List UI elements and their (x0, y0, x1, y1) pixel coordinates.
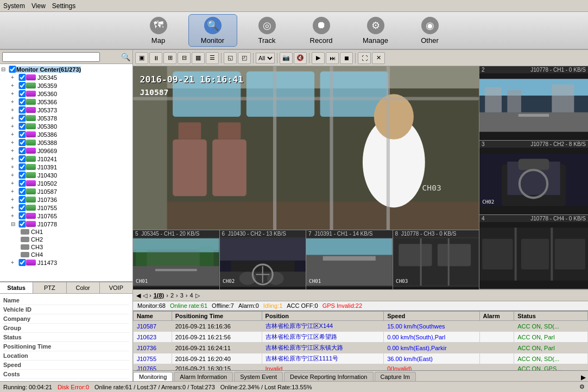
tree-item-j05378[interactable]: +J05378 (10, 114, 132, 122)
tree-checkbox-j10587[interactable] (18, 188, 26, 195)
nav-map[interactable]: 🗺 Map (134, 14, 183, 47)
tree-toggle-j11473[interactable]: + (11, 260, 18, 265)
menu-view[interactable]: View (31, 2, 46, 10)
tree-item-j10241[interactable]: +J10241 (10, 155, 132, 163)
tree-toggle-j10765[interactable]: + (11, 213, 18, 219)
tree-root-checkbox[interactable] (9, 66, 16, 73)
search-icon[interactable]: 🔍 (121, 53, 130, 61)
tree-checkbox-j05360[interactable] (18, 90, 26, 97)
tree-toggle-j10736[interactable]: + (11, 197, 18, 203)
btab-system[interactable]: System Event (234, 372, 283, 381)
tree-toggle-j10778[interactable]: ⊟ (11, 221, 18, 227)
tree-checkbox-j11473[interactable] (18, 259, 26, 266)
nav-monitor[interactable]: 🔍 Monitor (188, 14, 237, 47)
act-mute[interactable]: 🔇 (294, 52, 307, 64)
tree-toggle-j05380[interactable]: + (11, 123, 18, 129)
thumb-cell-5[interactable]: 5 J05345 - CH1 - 20 KB/S (133, 230, 220, 289)
tree-item-ch2[interactable]: CH2 (20, 236, 132, 243)
tree-toggle-j05359[interactable]: + (11, 83, 18, 88)
tree-checkbox-j05380[interactable] (18, 123, 26, 130)
table-row[interactable]: J107362016-09-21 16:24:11吉林省松原市宁江区东镇大路0.… (134, 343, 588, 353)
side-video-4[interactable]: 4 J10778 - CH4 - 0 KB/S (479, 215, 588, 289)
td-name-3[interactable]: J10755 (134, 353, 172, 364)
tree-checkbox-j09669[interactable] (18, 147, 26, 154)
act-grid-minus[interactable]: ⊟ (178, 52, 191, 64)
tree-item-j05386[interactable]: +J05386 (10, 130, 132, 138)
tree-checkbox-j10430[interactable] (18, 172, 26, 179)
tab-status[interactable]: Status (0, 282, 33, 293)
thumb-cell-8[interactable]: 8 J10778 - CH3 - 0 KB/S (393, 230, 479, 289)
tree-checkbox-j05386[interactable] (18, 131, 26, 138)
tree-item-j10430[interactable]: +J10430 (10, 171, 132, 179)
page-4[interactable]: 4 (190, 292, 193, 299)
thumb-cell-7[interactable]: 7 J10391 - CH1 - 14 KB/S CH01 (306, 230, 393, 289)
tree-item-ch4[interactable]: CH4 (20, 251, 132, 258)
tree-toggle-j10241[interactable]: + (11, 156, 18, 162)
btab-capture[interactable]: Capture Im (375, 372, 416, 381)
tree-toggle-j05345[interactable]: + (11, 74, 18, 80)
page-2[interactable]: 2 (170, 292, 174, 299)
table-row[interactable]: J107652016-09-21 16:30:15Invalid0(Invali… (134, 364, 588, 371)
tree-toggle-j10587[interactable]: + (11, 188, 18, 194)
tree-toggle-j05360[interactable]: + (11, 91, 18, 97)
tree-toggle-j10430[interactable]: + (11, 172, 18, 178)
tree-checkbox-j10391[interactable] (18, 163, 26, 170)
table-row[interactable]: J106232016-09-21 16:21:56吉林省松原市宁江区希望路0.0… (134, 332, 588, 343)
tree-item-j05360[interactable]: +J05360 (10, 90, 132, 98)
tree-item-j10755[interactable]: +J10755 (10, 204, 132, 212)
btab-alarm[interactable]: Alarm Information (174, 372, 233, 381)
tree-toggle-j05373[interactable]: + (11, 107, 18, 113)
page-1[interactable]: 1(8) (154, 292, 165, 299)
tree-checkbox-j10755[interactable] (18, 204, 26, 211)
tree-toggle-j05386[interactable]: + (11, 131, 18, 137)
thumb-cell-6[interactable]: 6 J10430 - CH2 - 13 KB/S (220, 230, 307, 289)
tree-item-j05366[interactable]: +J05366 (10, 98, 132, 106)
nav-manage[interactable]: ⚙ Manage (351, 14, 400, 47)
tree-checkbox-j05345[interactable] (18, 74, 26, 81)
act-select1[interactable]: All (256, 53, 275, 64)
tree-toggle-j05378[interactable]: + (11, 115, 18, 121)
tree-toggle[interactable]: ⊟ (1, 66, 9, 72)
act-grid6[interactable]: ▦ (192, 52, 205, 64)
page-prev2[interactable]: ◁ (143, 292, 147, 299)
main-video-cell[interactable]: 1 J10587 - CH3 - 8 KB/S (133, 66, 479, 230)
tree-checkbox-j10241[interactable] (18, 155, 26, 162)
tree-toggle-j10502[interactable]: + (11, 180, 18, 186)
tree-toggle-j10755[interactable]: + (11, 205, 18, 211)
tree-item-j10391[interactable]: +J10391 (10, 163, 132, 171)
tab-color[interactable]: Color (67, 282, 100, 293)
tree-item-j05345[interactable]: +J05345 (10, 73, 132, 81)
tree-checkbox-j10502[interactable] (18, 180, 26, 187)
table-row[interactable]: J105872016-09-21 16:16:36吉林省松原市宁江区X14415… (134, 321, 588, 332)
menu-settings[interactable]: Settings (52, 2, 75, 10)
tree-toggle-j05388[interactable]: + (11, 140, 18, 146)
tree-item-j10765[interactable]: +J10765 (10, 212, 132, 220)
tree-item-j11473[interactable]: +J11473 (10, 258, 132, 267)
act-stop[interactable]: ⏹ (340, 52, 353, 64)
tree-item-j10778[interactable]: ⊟J10778 (10, 220, 132, 228)
tree-item-ch1[interactable]: CH1 (20, 228, 132, 236)
tree-toggle-j09669[interactable]: + (11, 148, 18, 154)
act-play[interactable]: ▶ (312, 52, 325, 64)
td-name-4[interactable]: J10765 (134, 364, 172, 371)
page-prev[interactable]: ◀ (136, 292, 141, 299)
tree-checkbox-j10778[interactable] (18, 220, 26, 227)
act-next[interactable]: ⏭ (326, 52, 339, 64)
tree-item-j10736[interactable]: +J10736 (10, 195, 132, 204)
tree-item-j09669[interactable]: +J09669 (10, 147, 132, 155)
btab-device[interactable]: Device Reporting Information (284, 372, 373, 381)
nav-other[interactable]: ◉ Other (406, 14, 454, 47)
table-row[interactable]: J107552016-09-21 16:20:40吉林省松原市宁江区1111号3… (134, 353, 588, 364)
td-name-0[interactable]: J10587 (134, 321, 172, 332)
act-grid4[interactable]: ⊞ (163, 52, 176, 64)
page-3[interactable]: 3 (180, 292, 184, 299)
act-fullscreen[interactable]: ⛶ (358, 52, 371, 64)
nav-record[interactable]: ⏺ Record (297, 14, 346, 47)
side-video-2[interactable]: 2 J10778 - CH1 - 0 KB/S (479, 66, 588, 141)
act-close-all[interactable]: ✕ (372, 52, 385, 64)
tree-checkbox-j05388[interactable] (18, 139, 26, 146)
tree-item-j05373[interactable]: +J05373 (10, 106, 132, 114)
tree-item-j05359[interactable]: +J05359 (10, 81, 132, 90)
btab-scroll-right[interactable]: ▶ (579, 374, 588, 381)
act-grid8[interactable]: ☰ (206, 52, 219, 64)
